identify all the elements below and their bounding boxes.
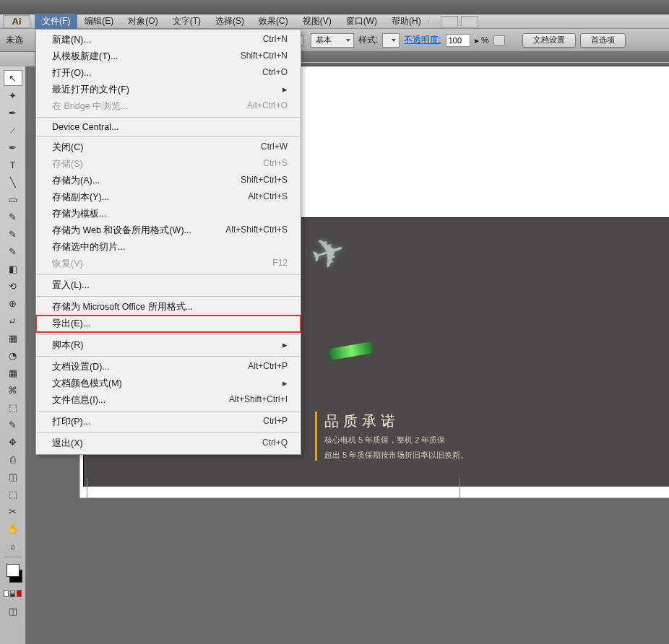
tool-slice[interactable]: ✂	[4, 503, 22, 519]
menu-item[interactable]: 最近打开的文件(F)	[36, 82, 301, 98]
menu-item[interactable]: Device Central...	[36, 120, 301, 134]
menu-item-shortcut: Shift+Ctrl+S	[241, 175, 288, 187]
menu-separator	[37, 117, 300, 118]
menu-item[interactable]: 打开(O)...Ctrl+O	[36, 65, 301, 82]
tool-blob-brush[interactable]: ✎	[4, 243, 22, 259]
tool-type[interactable]: T	[4, 157, 22, 173]
menu-item-shortcut: Ctrl+S	[263, 158, 288, 170]
menu-separator	[37, 334, 300, 335]
menu-item: 存储(S)Ctrl+S	[36, 156, 301, 173]
tool-eraser[interactable]: ◧	[4, 261, 22, 277]
tool-pen[interactable]: ✒	[4, 139, 22, 155]
document-setup-button[interactable]: 文档设置	[522, 33, 576, 48]
menu-separator	[37, 136, 300, 137]
tool-eyedropper[interactable]: ✎	[4, 417, 22, 432]
tool-zoom[interactable]: ⌕	[4, 538, 22, 554]
menu-item[interactable]: 关闭(C)Ctrl+W	[36, 139, 301, 156]
menu-item-label: 最近打开的文件(F)	[52, 84, 129, 96]
file-menu-dropdown: 新建(N)...Ctrl+N从模板新建(T)...Shift+Ctrl+N打开(…	[35, 29, 301, 455]
menu-type[interactable]: 文字(T)	[165, 14, 208, 29]
toolbox-separator	[4, 557, 22, 557]
menu-item[interactable]: 存储为 Web 和设备所用格式(W)...Alt+Shift+Ctrl+S	[36, 222, 301, 239]
screen-mode-button[interactable]: ◫	[4, 603, 22, 619]
menu-object[interactable]: 对象(O)	[121, 14, 165, 29]
menu-item[interactable]: 文档设置(D)...Alt+Ctrl+P	[36, 359, 301, 375]
tool-blend[interactable]: ✥	[4, 434, 22, 450]
tool-perspective[interactable]: ▦	[4, 365, 22, 380]
crop-mark	[459, 478, 460, 500]
tool-selection[interactable]: ↖	[4, 70, 22, 86]
tool-lasso[interactable]: ⟋	[4, 122, 22, 138]
draw-mode-buttons[interactable]	[4, 590, 22, 597]
tool-width[interactable]: ⤾	[4, 313, 22, 328]
menu-item[interactable]: 存储选中的切片...	[36, 239, 301, 256]
app-titlebar	[0, 0, 669, 14]
menu-item[interactable]: 文档颜色模式(M)	[36, 375, 301, 392]
menu-item-label: 存储为(A)...	[52, 175, 100, 187]
tool-direct-selection[interactable]: ✦	[4, 87, 22, 103]
menu-item-label: 新建(N)...	[52, 34, 91, 46]
menu-item-label: 退出(X)	[52, 438, 83, 450]
menu-item-label: 置入(L)...	[52, 279, 90, 292]
tool-free-transform[interactable]: ▦	[4, 330, 22, 346]
menu-item-shortcut: Ctrl+P	[263, 416, 288, 428]
tool-mesh[interactable]: ⌘	[4, 382, 22, 398]
tool-line[interactable]: ╲	[4, 174, 22, 190]
menu-item-label: 恢复(V)	[52, 258, 83, 270]
artwork-text-block: 品质承诺 核心电机 5 年质保，整机 2 年质保 超出 5 年质保期按市场折旧率…	[315, 412, 468, 461]
menu-item[interactable]: 置入(L)...	[36, 277, 301, 294]
menu-help[interactable]: 帮助(H)	[384, 14, 428, 29]
menu-effect[interactable]: 效果(C)	[251, 14, 295, 29]
selection-label: 未选	[6, 34, 23, 46]
menu-file[interactable]: 文件(F)	[35, 14, 77, 29]
arrange-docs-icon[interactable]	[441, 16, 458, 27]
tool-gradient[interactable]: ⬚	[4, 399, 22, 415]
tool-artboard[interactable]: ⬚	[4, 486, 22, 502]
tool-magic-wand[interactable]: ✒	[4, 105, 22, 121]
menu-item-shortcut: Alt+Shift+Ctrl+I	[229, 394, 288, 406]
menu-item[interactable]: 存储为模板...	[36, 206, 301, 222]
tool-rotate[interactable]: ⟲	[4, 278, 22, 294]
tool-shape-builder[interactable]: ◔	[4, 347, 22, 363]
menu-item[interactable]: 存储副本(Y)...Alt+Ctrl+S	[36, 189, 301, 206]
menu-item[interactable]: 脚本(R)	[36, 337, 301, 354]
menu-item[interactable]: 退出(X)Ctrl+Q	[36, 435, 301, 452]
menu-item[interactable]: 存储为 Microsoft Office 所用格式...	[36, 299, 301, 316]
screen-mode-icon[interactable]	[461, 16, 478, 27]
preferences-button[interactable]: 首选项	[580, 33, 626, 48]
menu-item[interactable]: 从模板新建(T)...Shift+Ctrl+N	[36, 48, 301, 65]
menu-window[interactable]: 窗口(W)	[339, 14, 384, 29]
tool-graph[interactable]: ◫	[4, 469, 22, 484]
menu-item-label: 存储(S)	[52, 158, 83, 170]
menu-separator	[37, 432, 300, 433]
stroke-style-dropdown[interactable]: 基本	[311, 33, 354, 48]
menu-bar: Ai 文件(F) 编辑(E) 对象(O) 文字(T) 选择(S) 效果(C) 视…	[0, 14, 669, 29]
menu-view[interactable]: 视图(V)	[295, 14, 339, 29]
menu-item-label: 导出(E)...	[52, 318, 90, 330]
app-logo: Ai	[3, 15, 30, 28]
recolor-icon[interactable]	[493, 35, 505, 45]
tool-pencil[interactable]: ✎	[4, 226, 22, 242]
menu-item[interactable]: 打印(P)...Ctrl+P	[36, 414, 301, 430]
graphic-style-dropdown[interactable]	[382, 33, 400, 48]
menu-item-shortcut: F12	[272, 258, 288, 270]
opacity-link[interactable]: 不透明度:	[404, 34, 441, 46]
menu-item-label: 打开(O)...	[52, 67, 91, 79]
menu-item[interactable]: 存储为(A)...Shift+Ctrl+S	[36, 173, 301, 189]
menu-edit[interactable]: 编辑(E)	[77, 14, 121, 29]
menu-item-label: 存储为模板...	[52, 208, 106, 220]
tool-paintbrush[interactable]: ✎	[4, 209, 22, 225]
fill-color-swatch[interactable]	[7, 564, 20, 577]
tool-scale[interactable]: ⊕	[4, 295, 22, 311]
menu-item[interactable]: 新建(N)...Ctrl+N	[36, 32, 301, 48]
menu-item[interactable]: 文件信息(I)...Alt+Shift+Ctrl+I	[36, 392, 301, 409]
opacity-input[interactable]	[446, 34, 470, 47]
menu-select[interactable]: 选择(S)	[208, 14, 251, 29]
tool-symbol-sprayer[interactable]: ⎙	[4, 451, 22, 467]
tool-rectangle[interactable]: ▭	[4, 191, 22, 207]
menu-item-shortcut: Ctrl+O	[262, 67, 288, 79]
menu-separator	[37, 411, 300, 412]
tool-hand[interactable]: ✋	[4, 521, 22, 536]
menu-item-label: 文档设置(D)...	[52, 361, 110, 373]
menu-item[interactable]: 导出(E)...	[36, 316, 301, 332]
